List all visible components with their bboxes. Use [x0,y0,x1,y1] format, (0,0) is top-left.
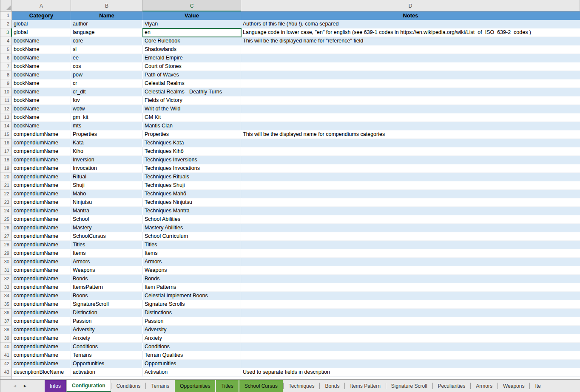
cell-C19[interactable]: Techniques Invocations [143,164,241,173]
cell-B23[interactable]: Ninjutsu [71,198,143,207]
row-number-16[interactable]: 16 [0,139,12,147]
row-number-3[interactable]: 3 [0,28,12,37]
cell-D2[interactable]: Authors of this file (You !), coma separ… [241,20,580,28]
row-number-14[interactable]: 14 [0,122,12,130]
cell-B17[interactable]: Kiho [71,147,143,156]
cell-B22[interactable]: Maho [71,190,143,198]
cell-D41[interactable] [241,351,580,360]
cell-B6[interactable]: ee [71,54,143,62]
cell-B39[interactable]: Anxiety [71,334,143,343]
cell-A10[interactable]: bookName [12,88,71,96]
cell-D8[interactable] [241,71,580,79]
cell-C31[interactable]: Weapons [143,266,241,275]
cell-B38[interactable]: Adversity [71,326,143,334]
cell-D11[interactable] [241,96,580,105]
cell-C15[interactable]: Properties [143,130,241,139]
cell-D42[interactable] [241,360,580,368]
cell-D32[interactable] [241,275,580,283]
row-number-36[interactable]: 36 [0,309,12,317]
cell-A15[interactable]: compendiumName [12,130,71,139]
row-number-20[interactable]: 20 [0,173,12,181]
cell-A36[interactable]: compendiumName [12,309,71,317]
cell-B5[interactable]: sl [71,45,143,54]
row-number-42[interactable]: 42 [0,360,12,368]
cell-A34[interactable]: compendiumName [12,292,71,300]
cell-B15[interactable]: Properties [71,130,143,139]
cell-B30[interactable]: Armors [71,258,143,266]
cell-C14[interactable]: Mantis Clan [143,122,241,130]
cell-C27[interactable]: School Curriculum [143,232,241,241]
row-number-13[interactable]: 13 [0,113,12,122]
cell-B21[interactable]: Shuji [71,181,143,190]
cell-A6[interactable]: bookName [12,54,71,62]
row-number-40[interactable]: 40 [0,343,12,351]
cell-A29[interactable]: compendiumName [12,249,71,258]
row-number-39[interactable]: 39 [0,334,12,343]
cell-D40[interactable] [241,343,580,351]
row-number-28[interactable]: 28 [0,241,12,249]
cell-D10[interactable] [241,88,580,96]
cell-D38[interactable] [241,326,580,334]
sheet-tab-titles[interactable]: Titles [216,380,238,392]
cell-A35[interactable]: compendiumName [12,300,71,309]
cell-C9[interactable]: Celestial Realms [143,79,241,88]
cell-B3[interactable]: language [71,28,143,37]
cell-B20[interactable]: Ritual [71,173,143,181]
cell-B16[interactable]: Kata [71,139,143,147]
cell-C40[interactable]: Conditions [143,343,241,351]
cell-C26[interactable]: Mastery Abilities [143,224,241,232]
cell-C18[interactable]: Techniques Inversions [143,156,241,164]
cell-B43[interactable]: activation [71,368,143,377]
cell-D23[interactable] [241,198,580,207]
sheet-tab-items-pattern[interactable]: Items Pattern [345,380,385,392]
cell-C23[interactable]: Techniques Ninjutsu [143,198,241,207]
cell-D35[interactable] [241,300,580,309]
row-number-26[interactable]: 26 [0,224,12,232]
cell-B13[interactable]: gm_kit [71,113,143,122]
cell-A33[interactable]: compendiumName [12,283,71,292]
cell-A28[interactable]: compendiumName [12,241,71,249]
cell-D9[interactable] [241,79,580,88]
sheet-tab-terrains[interactable]: Terrains [146,380,174,392]
row-number-24[interactable]: 24 [0,207,12,215]
cell-D21[interactable] [241,181,580,190]
cell-D37[interactable] [241,317,580,326]
cell-A12[interactable]: bookName [12,105,71,113]
sheet-tab-conditions[interactable]: Conditions [111,380,146,392]
cell-B10[interactable]: cr_dlt [71,88,143,96]
cell-A16[interactable]: compendiumName [12,139,71,147]
cell-C16[interactable]: Techniques Kata [143,139,241,147]
tab-nav-left-icon[interactable]: ◄ [10,380,20,392]
cell-A17[interactable]: compendiumName [12,147,71,156]
cell-B11[interactable]: fov [71,96,143,105]
cell-C42[interactable]: Opportunities [143,360,241,368]
row-number-29[interactable]: 29 [0,249,12,258]
cell-D24[interactable] [241,207,580,215]
cell-C13[interactable]: GM Kit [143,113,241,122]
cell-B29[interactable]: Items [71,249,143,258]
cell-A4[interactable]: bookName [12,37,71,45]
cell-A13[interactable]: bookName [12,113,71,122]
cell-D5[interactable] [241,45,580,54]
cell-A25[interactable]: compendiumName [12,215,71,224]
cell-B24[interactable]: Mantra [71,207,143,215]
row-number-2[interactable]: 2 [0,20,12,28]
cell-B32[interactable]: Bonds [71,275,143,283]
cell-C37[interactable]: Passion [143,317,241,326]
row-number-10[interactable]: 10 [0,88,12,96]
cell-B33[interactable]: ItemsPattern [71,283,143,292]
column-header-C[interactable]: C [143,0,241,11]
sheet-tab-opportunities[interactable]: Opportunities [175,380,215,392]
cell-D28[interactable] [241,241,580,249]
cell-D26[interactable] [241,224,580,232]
cell-C2[interactable]: Vlyan [143,20,241,28]
cell-C34[interactable]: Celestial Implement Boons [143,292,241,300]
cell-D34[interactable] [241,292,580,300]
cell-D19[interactable] [241,164,580,173]
cell-B41[interactable]: Terrains [71,351,143,360]
cell-C22[interactable]: Techniques Mahõ [143,190,241,198]
cell-D15[interactable]: This will be the displayed name for comp… [241,130,580,139]
cell-A26[interactable]: compendiumName [12,224,71,232]
cell-A22[interactable]: compendiumName [12,190,71,198]
cell-D17[interactable] [241,147,580,156]
